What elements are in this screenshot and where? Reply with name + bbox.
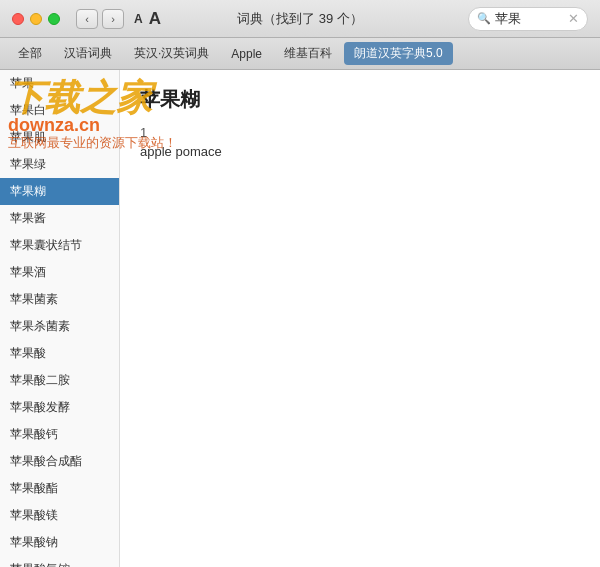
tab-wiki[interactable]: 维基百科 (274, 42, 342, 65)
font-small-button[interactable]: A (134, 12, 143, 26)
list-item[interactable]: 苹果 (0, 70, 119, 97)
list-item[interactable]: 苹果酸合成酯 (0, 448, 119, 475)
list-item[interactable]: 苹果酸 (0, 340, 119, 367)
tab-apple[interactable]: Apple (221, 44, 272, 64)
detail-title: 苹果糊 (140, 86, 580, 113)
tab-en-zh[interactable]: 英汉·汉英词典 (124, 42, 219, 65)
list-item[interactable]: 苹果肌 (0, 124, 119, 151)
list-item[interactable]: 苹果酸钠 (0, 529, 119, 556)
sidebar: 苹果 苹果白 苹果肌 苹果绿 苹果糊 苹果酱 苹果囊状结节 苹果酒 苹果菌素 苹… (0, 70, 120, 567)
list-item[interactable]: 苹果酱 (0, 205, 119, 232)
close-button[interactable] (12, 13, 24, 25)
search-box[interactable]: 🔍 苹果 ✕ (468, 7, 588, 31)
forward-button[interactable]: › (102, 9, 124, 29)
list-item-active[interactable]: 苹果糊 (0, 178, 119, 205)
list-item[interactable]: 苹果酸氨铵 (0, 556, 119, 567)
list-item[interactable]: 苹果酸二胺 (0, 367, 119, 394)
tab-langdao[interactable]: 朗道汉英字典5.0 (344, 42, 453, 65)
list-item[interactable]: 苹果酸酯 (0, 475, 119, 502)
maximize-button[interactable] (48, 13, 60, 25)
detail-english: apple pomace (140, 144, 580, 159)
list-item[interactable]: 苹果酸钙 (0, 421, 119, 448)
title-bar: ‹ › A A 词典（找到了 39 个） 🔍 苹果 ✕ (0, 0, 600, 38)
list-item[interactable]: 苹果菌素 (0, 286, 119, 313)
list-item[interactable]: 苹果杀菌素 (0, 313, 119, 340)
list-item[interactable]: 苹果白 (0, 97, 119, 124)
font-size-controls: A A (134, 9, 161, 29)
detail-number: 1 (140, 125, 580, 140)
list-item[interactable]: 苹果囊状结节 (0, 232, 119, 259)
search-clear-button[interactable]: ✕ (568, 11, 579, 26)
detail-panel: 苹果糊 1 apple pomace (120, 70, 600, 567)
tabs-bar: 全部 汉语词典 英汉·汉英词典 Apple 维基百科 朗道汉英字典5.0 (0, 38, 600, 70)
list-item[interactable]: 苹果酒 (0, 259, 119, 286)
window-title: 词典（找到了 39 个） (237, 10, 363, 28)
back-button[interactable]: ‹ (76, 9, 98, 29)
search-icon: 🔍 (477, 12, 491, 25)
list-item[interactable]: 苹果酸发酵 (0, 394, 119, 421)
traffic-lights (12, 13, 60, 25)
font-large-button[interactable]: A (149, 9, 161, 29)
tab-all[interactable]: 全部 (8, 42, 52, 65)
tab-zh-en[interactable]: 汉语词典 (54, 42, 122, 65)
main-content: 苹果 苹果白 苹果肌 苹果绿 苹果糊 苹果酱 苹果囊状结节 苹果酒 苹果菌素 苹… (0, 70, 600, 567)
list-item[interactable]: 苹果酸镁 (0, 502, 119, 529)
navigation-arrows: ‹ › (76, 9, 124, 29)
list-item[interactable]: 苹果绿 (0, 151, 119, 178)
minimize-button[interactable] (30, 13, 42, 25)
search-value: 苹果 (495, 10, 564, 28)
